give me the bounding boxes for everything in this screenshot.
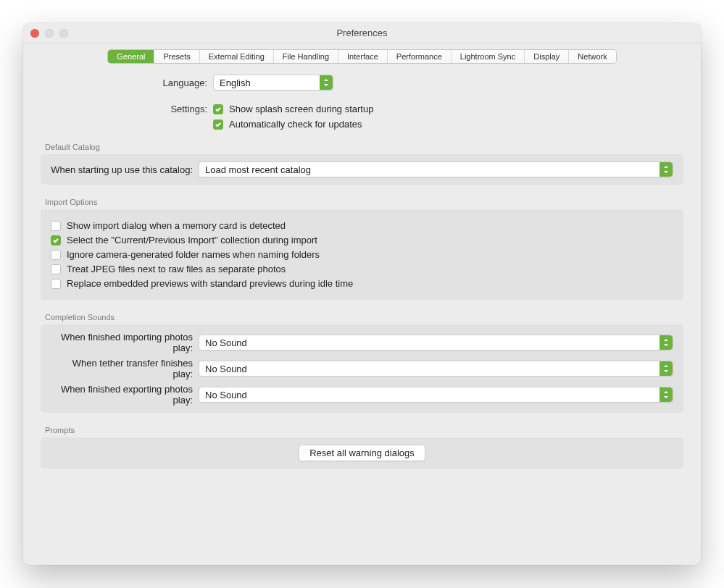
section-prompts: Prompts bbox=[45, 426, 683, 434]
import-option-label: Show import dialog when a memory card is… bbox=[67, 220, 286, 231]
import-option-row[interactable]: Treat JPEG files next to raw files as se… bbox=[51, 264, 673, 274]
import-option-label: Treat JPEG files next to raw files as se… bbox=[67, 264, 286, 274]
language-label: Language: bbox=[41, 77, 213, 88]
splash-label: Show splash screen during startup bbox=[229, 104, 373, 114]
import-option-label: Ignore camera-generated folder names whe… bbox=[67, 249, 320, 260]
zoom-icon bbox=[59, 29, 68, 38]
sound-select[interactable]: No Sound bbox=[199, 335, 673, 350]
checkbox-icon[interactable] bbox=[213, 119, 223, 130]
window-title: Preferences bbox=[23, 28, 701, 38]
chevron-up-down-icon bbox=[659, 335, 673, 350]
import-option-row[interactable]: Show import dialog when a memory card is… bbox=[51, 220, 673, 231]
tab-file-handling[interactable]: File Handling bbox=[273, 50, 338, 63]
import-option-label: Replace embedded previews with standard … bbox=[67, 278, 353, 289]
completion-sounds-panel: When finished importing photos play:No S… bbox=[41, 324, 683, 413]
import-options-panel: Show import dialog when a memory card is… bbox=[41, 209, 683, 300]
tab-network[interactable]: Network bbox=[568, 50, 615, 63]
sound-value: No Sound bbox=[205, 390, 247, 400]
import-option-row[interactable]: Select the "Current/Previous Import" col… bbox=[51, 235, 673, 245]
checkbox-icon[interactable] bbox=[213, 104, 223, 114]
checkbox-icon[interactable] bbox=[51, 221, 61, 231]
content-area: Language: English Settings: Show splash … bbox=[23, 63, 701, 565]
preferences-window: Preferences GeneralPresetsExternal Editi… bbox=[23, 23, 701, 565]
import-option-row[interactable]: Ignore camera-generated folder names whe… bbox=[51, 249, 673, 260]
tab-external-editing[interactable]: External Editing bbox=[199, 50, 273, 63]
section-import-options: Import Options bbox=[45, 198, 683, 206]
tab-interface[interactable]: Interface bbox=[338, 50, 387, 63]
default-catalog-select[interactable]: Load most recent catalog bbox=[199, 161, 673, 177]
prompts-panel: Reset all warning dialogs bbox=[41, 437, 683, 469]
language-value: English bbox=[220, 77, 251, 88]
checkbox-icon[interactable] bbox=[51, 264, 61, 274]
tab-bar: GeneralPresetsExternal EditingFile Handl… bbox=[23, 50, 701, 63]
tab-segment: GeneralPresetsExternal EditingFile Handl… bbox=[108, 50, 615, 63]
reset-warnings-button[interactable]: Reset all warning dialogs bbox=[299, 445, 425, 461]
sound-row-label: When finished exporting photos play: bbox=[51, 384, 199, 406]
window-controls bbox=[30, 29, 68, 38]
tab-performance[interactable]: Performance bbox=[387, 50, 451, 63]
section-completion-sounds: Completion Sounds bbox=[45, 313, 683, 322]
tab-presets[interactable]: Presets bbox=[154, 50, 199, 63]
default-catalog-panel: When starting up use this catalog: Load … bbox=[41, 154, 683, 185]
default-catalog-value: Load most recent catalog bbox=[205, 164, 311, 175]
chevron-up-down-icon bbox=[659, 361, 673, 376]
close-icon[interactable] bbox=[30, 29, 39, 38]
chevron-up-down-icon bbox=[659, 387, 673, 402]
sound-row-label: When finished importing photos play: bbox=[51, 332, 199, 353]
updates-label: Automatically check for updates bbox=[229, 119, 362, 130]
tab-general[interactable]: General bbox=[108, 50, 154, 63]
checkbox-icon[interactable] bbox=[51, 250, 61, 260]
checkbox-icon[interactable] bbox=[51, 279, 61, 289]
minimize-icon bbox=[45, 29, 54, 38]
chevron-up-down-icon bbox=[320, 75, 333, 90]
sound-value: No Sound bbox=[205, 364, 247, 374]
sound-row-label: When tether transfer finishes play: bbox=[51, 358, 199, 379]
tab-display[interactable]: Display bbox=[524, 50, 568, 63]
settings-label: Settings: bbox=[41, 104, 213, 114]
sound-value: No Sound bbox=[205, 337, 247, 348]
tab-lightroom-sync[interactable]: Lightroom Sync bbox=[451, 50, 524, 63]
titlebar: Preferences bbox=[23, 23, 701, 43]
import-option-label: Select the "Current/Previous Import" col… bbox=[67, 235, 317, 245]
sound-select[interactable]: No Sound bbox=[199, 361, 673, 377]
checkbox-icon[interactable] bbox=[51, 235, 61, 245]
chevron-up-down-icon bbox=[659, 162, 673, 177]
import-option-row[interactable]: Replace embedded previews with standard … bbox=[51, 278, 673, 289]
section-default-catalog: Default Catalog bbox=[45, 143, 683, 151]
default-catalog-label: When starting up use this catalog: bbox=[51, 164, 199, 175]
language-select[interactable]: English bbox=[213, 75, 333, 91]
sound-select[interactable]: No Sound bbox=[199, 387, 673, 403]
updates-checkbox-row[interactable]: Automatically check for updates bbox=[213, 119, 362, 130]
splash-checkbox-row[interactable]: Show splash screen during startup bbox=[213, 104, 373, 114]
